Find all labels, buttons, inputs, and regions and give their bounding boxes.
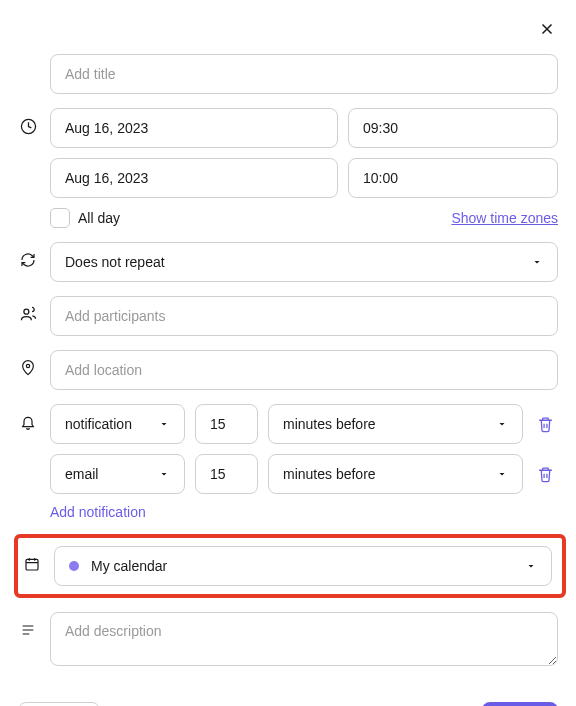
delete-notification-button[interactable] xyxy=(533,412,558,437)
close-icon xyxy=(538,20,556,38)
end-time-input[interactable] xyxy=(348,158,558,198)
start-time-input[interactable] xyxy=(348,108,558,148)
notification-row: notification minutes before xyxy=(50,404,558,444)
calendar-color-dot xyxy=(69,561,79,571)
calendar-icon xyxy=(24,556,40,572)
repeat-select[interactable]: Does not repeat xyxy=(50,242,558,282)
description-textarea[interactable] xyxy=(50,612,558,666)
all-day-label: All day xyxy=(78,210,120,226)
notification-unit-select[interactable]: minutes before xyxy=(268,454,523,494)
svg-rect-3 xyxy=(26,559,38,570)
notification-amount-value[interactable] xyxy=(210,416,243,432)
notification-type-value: email xyxy=(65,466,98,482)
delete-notification-button[interactable] xyxy=(533,462,558,487)
notification-amount-input[interactable] xyxy=(195,404,258,444)
svg-point-2 xyxy=(26,364,29,367)
chevron-down-icon xyxy=(496,418,508,430)
svg-point-1 xyxy=(23,309,28,314)
add-notification-link[interactable]: Add notification xyxy=(50,504,558,520)
notification-type-select[interactable]: notification xyxy=(50,404,185,444)
notification-type-value: notification xyxy=(65,416,132,432)
save-button[interactable]: Save xyxy=(482,702,558,706)
notification-unit-value: minutes before xyxy=(283,416,376,432)
title-input[interactable] xyxy=(50,54,558,94)
chevron-down-icon xyxy=(496,468,508,480)
notification-type-select[interactable]: email xyxy=(50,454,185,494)
notification-amount-value[interactable] xyxy=(210,466,243,482)
notification-row: email minutes before xyxy=(50,454,558,494)
calendar-select[interactable]: My calendar xyxy=(54,546,552,586)
calendar-name: My calendar xyxy=(91,558,167,574)
trash-icon xyxy=(537,416,554,433)
participants-input[interactable] xyxy=(50,296,558,336)
repeat-icon xyxy=(20,252,36,268)
chevron-down-icon xyxy=(158,418,170,430)
repeat-value: Does not repeat xyxy=(65,254,165,270)
notification-amount-input[interactable] xyxy=(195,454,258,494)
people-icon xyxy=(20,306,37,323)
location-input[interactable] xyxy=(50,350,558,390)
notification-unit-select[interactable]: minutes before xyxy=(268,404,523,444)
calendar-section-highlight: My calendar xyxy=(14,534,566,598)
close-button[interactable] xyxy=(536,18,558,40)
cancel-button[interactable]: Cancel xyxy=(18,702,100,706)
trash-icon xyxy=(537,466,554,483)
description-icon xyxy=(20,622,36,638)
chevron-down-icon xyxy=(531,256,543,268)
all-day-checkbox[interactable] xyxy=(50,208,70,228)
clock-icon xyxy=(20,118,37,135)
bell-icon xyxy=(20,414,36,430)
show-timezones-link[interactable]: Show time zones xyxy=(451,210,558,226)
chevron-down-icon xyxy=(158,468,170,480)
start-date-input[interactable] xyxy=(50,108,338,148)
location-icon xyxy=(20,360,36,376)
chevron-down-icon xyxy=(525,560,537,572)
end-date-input[interactable] xyxy=(50,158,338,198)
notification-unit-value: minutes before xyxy=(283,466,376,482)
